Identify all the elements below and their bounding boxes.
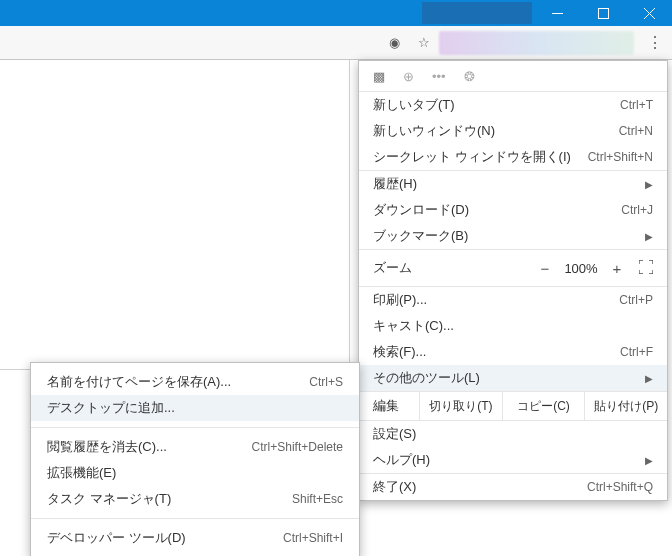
submenu-task-manager[interactable]: タスク マネージャ(T)Shift+Esc [31,486,359,512]
submenu-extensions[interactable]: 拡張機能(E) [31,460,359,486]
menu-zoom: ズーム − 100% + [359,250,667,286]
location-icon[interactable]: ◉ [379,35,409,50]
maximize-button[interactable] [580,0,626,26]
menu-help[interactable]: ヘルプ(H)▶ [359,447,667,473]
extensions-row: ▩ ⊕ ••• ❂ [359,61,667,91]
menu-settings[interactable]: 設定(S) [359,421,667,447]
menu-more-tools[interactable]: その他のツール(L)▶ [359,365,667,391]
copy-button[interactable]: コピー(C) [502,392,585,420]
zoom-out-button[interactable]: − [531,260,559,277]
menu-incognito[interactable]: シークレット ウィンドウを開く(I)Ctrl+Shift+N [359,144,667,170]
menu-edit-row: 編集 切り取り(T) コピー(C) 貼り付け(P) [359,391,667,421]
title-blur [422,2,532,24]
zoom-value: 100% [559,261,603,276]
menu-new-window[interactable]: 新しいウィンドウ(N)Ctrl+N [359,118,667,144]
minimize-button[interactable] [534,0,580,26]
submenu-save-as[interactable]: 名前を付けてページを保存(A)...Ctrl+S [31,369,359,395]
menu-cast[interactable]: キャスト(C)... [359,313,667,339]
menu-history[interactable]: 履歴(H)▶ [359,171,667,197]
ext-icon-1[interactable]: ▩ [373,69,385,84]
page-content [0,60,350,370]
menu-exit[interactable]: 終了(X)Ctrl+Shift+Q [359,474,667,500]
submenu-clear-history[interactable]: 閲覧履歴を消去(C)...Ctrl+Shift+Delete [31,434,359,460]
ext-icon-2[interactable]: ⊕ [403,69,414,84]
fullscreen-button[interactable] [639,260,653,277]
ext-icon-4[interactable]: ❂ [464,69,475,84]
menu-print[interactable]: 印刷(P)...Ctrl+P [359,287,667,313]
star-icon[interactable]: ☆ [409,35,439,50]
paste-button[interactable]: 貼り付け(P) [584,392,667,420]
more-tools-submenu: 名前を付けてページを保存(A)...Ctrl+S デスクトップに追加... 閲覧… [30,362,360,556]
svg-rect-1 [598,8,608,18]
zoom-in-button[interactable]: + [603,260,631,277]
browser-toolbar: ◉ ☆ ⋮ [0,26,672,60]
menu-button[interactable]: ⋮ [640,33,670,52]
menu-bookmarks[interactable]: ブックマーク(B)▶ [359,223,667,249]
close-button[interactable] [626,0,672,26]
submenu-add-to-desktop[interactable]: デスクトップに追加... [31,395,359,421]
zoom-label: ズーム [373,259,531,277]
main-menu: ▩ ⊕ ••• ❂ 新しいタブ(T)Ctrl+T 新しいウィンドウ(N)Ctrl… [358,60,668,501]
menu-find[interactable]: 検索(F)...Ctrl+F [359,339,667,365]
menu-downloads[interactable]: ダウンロード(D)Ctrl+J [359,197,667,223]
edit-label: 編集 [359,392,419,420]
cut-button[interactable]: 切り取り(T) [419,392,502,420]
window-titlebar [0,0,672,26]
toolbar-blur-area [439,31,634,55]
menu-new-tab[interactable]: 新しいタブ(T)Ctrl+T [359,92,667,118]
ext-icon-3[interactable]: ••• [432,69,446,84]
submenu-dev-tools[interactable]: デベロッパー ツール(D)Ctrl+Shift+I [31,525,359,551]
